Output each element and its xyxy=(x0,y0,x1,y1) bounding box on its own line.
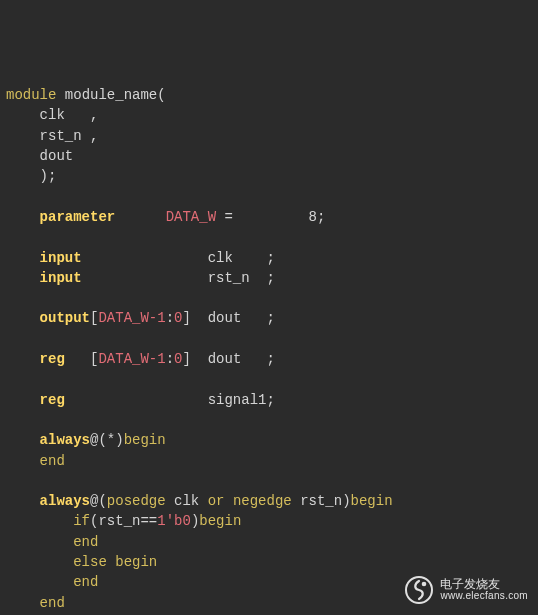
port-dout: dout xyxy=(40,148,74,164)
code-block: module module_name( clk , rst_n , dout )… xyxy=(6,85,532,615)
keyword-end: end xyxy=(73,574,98,590)
keyword-reg: reg xyxy=(40,351,65,367)
keyword-end: end xyxy=(40,453,65,469)
keyword-output: output xyxy=(40,310,90,326)
keyword-else: else xyxy=(73,554,107,570)
keyword-negedge: negedge xyxy=(233,493,292,509)
port-rstn: rst_n xyxy=(40,128,82,144)
keyword-if: if xyxy=(73,513,90,529)
keyword-begin: begin xyxy=(115,554,157,570)
watermark-url: www.elecfans.com xyxy=(440,591,528,602)
param-value: 8 xyxy=(309,209,317,225)
keyword-begin: begin xyxy=(199,513,241,529)
module-name: module_name xyxy=(65,87,157,103)
keyword-posedge: posedge xyxy=(107,493,166,509)
paren-close: ); xyxy=(40,168,57,184)
keyword-input: input xyxy=(40,270,82,286)
keyword-parameter: parameter xyxy=(40,209,116,225)
watermark-logo-icon xyxy=(404,575,434,605)
keyword-module: module xyxy=(6,87,56,103)
keyword-or: or xyxy=(208,493,225,509)
keyword-end: end xyxy=(73,534,98,550)
keyword-begin: begin xyxy=(351,493,393,509)
watermark: 电子发烧友 www.elecfans.com xyxy=(404,575,528,605)
watermark-text: 电子发烧友 www.elecfans.com xyxy=(440,578,528,601)
keyword-always: always xyxy=(40,432,90,448)
literal-reset: 1'b0 xyxy=(157,513,191,529)
param-dataw: DATA_W xyxy=(166,209,216,225)
keyword-input: input xyxy=(40,250,82,266)
keyword-always: always xyxy=(40,493,90,509)
signal1: signal1 xyxy=(208,392,267,408)
keyword-reg: reg xyxy=(40,392,65,408)
keyword-begin: begin xyxy=(124,432,166,448)
svg-point-1 xyxy=(422,582,427,587)
keyword-end: end xyxy=(40,595,65,611)
port-clk: clk xyxy=(40,107,65,123)
